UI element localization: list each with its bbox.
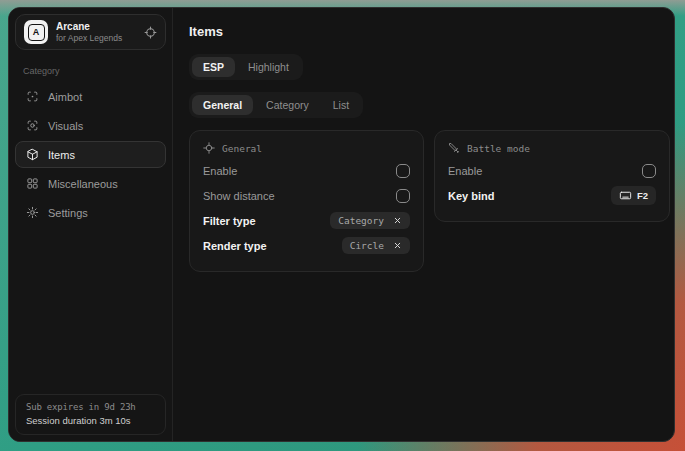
desktop-background: { "colors": { "background_teal": "#2f9e8… xyxy=(0,0,685,451)
sidebar-item-label: Items xyxy=(48,149,75,161)
tab-list[interactable]: List xyxy=(322,95,360,115)
page-title: Items xyxy=(189,24,670,39)
crosshair-icon xyxy=(203,142,215,154)
session-duration-text: Session duration 3m 10s xyxy=(26,415,155,426)
battle-enable-checkbox[interactable] xyxy=(642,164,656,178)
panels-row: General Enable Show distance Filter type… xyxy=(189,130,670,272)
keybind-value: F2 xyxy=(637,190,648,201)
arcane-window: A Arcane for Apex Legends Category Aimbo… xyxy=(8,7,675,442)
setting-row-key-bind: Key bind F2 xyxy=(448,183,656,208)
sidebar-item-label: Miscellaneous xyxy=(48,178,118,190)
target-icon[interactable] xyxy=(144,26,157,39)
subscription-info-card: Sub expires in 9d 23h Session duration 3… xyxy=(15,394,166,435)
general-panel: General Enable Show distance Filter type… xyxy=(189,130,424,272)
app-meta: Arcane for Apex Legends xyxy=(56,21,122,43)
sidebar-item-label: Settings xyxy=(48,207,88,219)
setting-row-enable: Enable xyxy=(448,158,656,183)
sidebar-item-visuals[interactable]: Visuals xyxy=(15,112,166,139)
sidebar-item-miscellaneous[interactable]: Miscellaneous xyxy=(15,170,166,197)
sidebar-item-label: Visuals xyxy=(48,120,83,132)
sub-expires-text: Sub expires in 9d 23h xyxy=(26,402,155,412)
keyboard-icon xyxy=(619,189,632,202)
tab-highlight[interactable]: Highlight xyxy=(237,57,300,77)
setting-row-render-type: Render type Circle xyxy=(203,233,410,258)
selected-value: Circle xyxy=(350,240,384,251)
crosshair-icon xyxy=(26,90,39,103)
sword-icon xyxy=(448,142,460,154)
tab-esp[interactable]: ESP xyxy=(192,57,235,77)
app-logo-letter: A xyxy=(28,24,45,41)
mode-tabs-row: ESP Highlight xyxy=(189,54,670,80)
battle-mode-panel: Battle mode Enable Key bind F2 xyxy=(434,130,670,222)
setting-label: Render type xyxy=(203,240,267,252)
eye-scan-icon xyxy=(26,119,39,132)
sidebar-item-label: Aimbot xyxy=(48,91,82,103)
clear-icon[interactable] xyxy=(393,216,402,225)
sidebar: A Arcane for Apex Legends Category Aimbo… xyxy=(9,8,173,441)
render-type-select[interactable]: Circle xyxy=(342,237,410,254)
setting-label: Show distance xyxy=(203,190,275,202)
setting-label: Filter type xyxy=(203,215,256,227)
tab-category[interactable]: Category xyxy=(255,95,320,115)
setting-label: Enable xyxy=(203,165,237,177)
tab-general[interactable]: General xyxy=(192,95,253,115)
main-content: Items ESP Highlight General Category Lis… xyxy=(173,8,675,441)
gear-icon xyxy=(26,206,39,219)
setting-row-show-distance: Show distance xyxy=(203,183,410,208)
panel-title: General xyxy=(222,143,262,154)
app-subtitle: for Apex Legends xyxy=(56,33,122,43)
setting-label: Enable xyxy=(448,165,482,177)
filter-type-select[interactable]: Category xyxy=(330,212,410,229)
box-icon xyxy=(26,148,39,161)
app-header-card: A Arcane for Apex Legends xyxy=(15,14,166,50)
keybind-button[interactable]: F2 xyxy=(611,186,656,205)
battle-mode-panel-header: Battle mode xyxy=(448,142,656,154)
sidebar-item-aimbot[interactable]: Aimbot xyxy=(15,83,166,110)
setting-label: Key bind xyxy=(448,190,494,202)
mode-tab-group: ESP Highlight xyxy=(189,54,303,80)
category-section-label: Category xyxy=(23,66,158,76)
setting-row-enable: Enable xyxy=(203,158,410,183)
app-name: Arcane xyxy=(56,21,122,32)
app-logo: A xyxy=(24,20,48,44)
setting-row-filter-type: Filter type Category xyxy=(203,208,410,233)
grid-icon xyxy=(26,177,39,190)
general-panel-header: General xyxy=(203,142,410,154)
sidebar-item-settings[interactable]: Settings xyxy=(15,199,166,226)
panel-title: Battle mode xyxy=(467,143,530,154)
view-tab-group: General Category List xyxy=(189,92,363,118)
enable-checkbox[interactable] xyxy=(396,164,410,178)
sidebar-item-items[interactable]: Items xyxy=(15,141,166,168)
selected-value: Category xyxy=(338,215,384,226)
show-distance-checkbox[interactable] xyxy=(396,189,410,203)
view-tabs-row: General Category List xyxy=(189,92,670,118)
clear-icon[interactable] xyxy=(393,241,402,250)
